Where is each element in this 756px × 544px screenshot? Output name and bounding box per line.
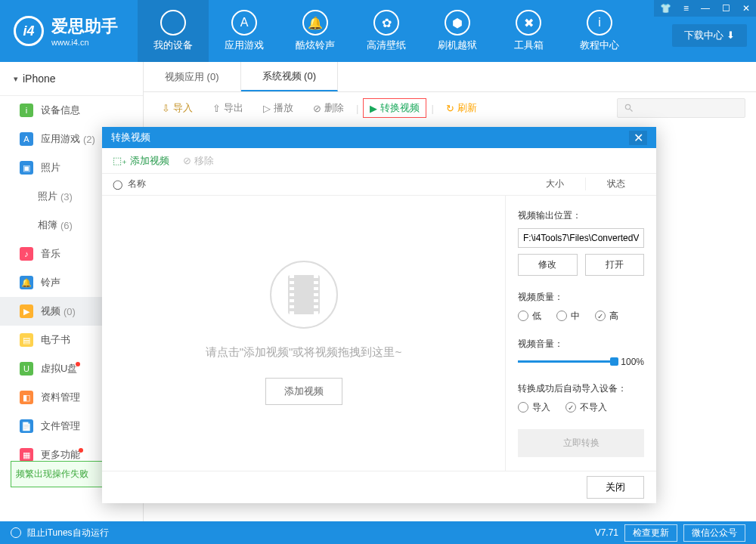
- main-nav: 我的设备 A应用游戏 🔔酷炫铃声 ✿高清壁纸 ⬢刷机越狱 ✖工具箱 i教程中心: [138, 0, 635, 62]
- maximize-icon[interactable]: ☐: [716, 0, 736, 17]
- volume-label: 视频音量：: [518, 338, 644, 351]
- drop-zone[interactable]: 请点击"添加视频"或将视频拖拽到这里~ 添加视频: [102, 196, 505, 471]
- col-size: 大小: [525, 178, 585, 190]
- logo[interactable]: i4 爱思助手 www.i4.cn: [0, 15, 132, 47]
- start-convert-button[interactable]: 立即转换: [518, 429, 644, 457]
- auto-import-label: 转换成功后自动导入设备：: [518, 382, 644, 395]
- convert-options-panel: 视频输出位置： 修改 打开 视频质量： 低 中 高 视频音量： 100% 转换成…: [505, 196, 656, 471]
- info-icon: i: [20, 104, 33, 117]
- sidebar-item-device-info[interactable]: i设备信息: [0, 96, 143, 125]
- content-tabs: 视频应用 (0) 系统视频 (0): [144, 62, 756, 92]
- status-bar: 阻止iTunes自动运行 V7.71 检查更新 微信公众号: [0, 521, 756, 544]
- window-controls: 👕 ≡ — ☐ ✕: [654, 0, 756, 17]
- dialog-close-footer-button[interactable]: 关闭: [587, 476, 644, 499]
- slider-thumb[interactable]: [610, 357, 618, 366]
- film-icon: ▶: [20, 304, 33, 318]
- tab-system-video[interactable]: 系统视频 (0): [241, 62, 339, 91]
- tab-video-apps[interactable]: 视频应用 (0): [144, 62, 241, 91]
- flower-icon: ✿: [373, 10, 399, 36]
- open-path-button[interactable]: 打开: [585, 254, 645, 276]
- modify-path-button[interactable]: 修改: [518, 254, 578, 276]
- music-icon: ♪: [20, 247, 33, 261]
- nav-wallpaper[interactable]: ✿高清壁纸: [351, 0, 422, 62]
- sidebar-device-root[interactable]: ▾iPhone: [0, 62, 143, 96]
- info-icon: i: [587, 10, 612, 36]
- select-all-radio[interactable]: ◯: [113, 179, 128, 190]
- status-circle-icon: [11, 527, 21, 538]
- box-icon: ⬢: [445, 10, 470, 36]
- bell-icon: 🔔: [20, 276, 33, 289]
- add-video-button[interactable]: ⬚₊添加视频: [113, 154, 169, 168]
- quality-high-radio[interactable]: 高: [595, 310, 618, 323]
- convert-icon: ▶: [370, 103, 377, 114]
- auto-import-yes-radio[interactable]: 导入: [518, 401, 550, 414]
- book-icon: ▤: [20, 333, 33, 347]
- quality-low-radio[interactable]: 低: [518, 310, 541, 323]
- version-label: V7.71: [595, 527, 618, 538]
- photo-icon: ▣: [20, 161, 33, 175]
- chevron-down-icon: ▾: [14, 74, 18, 84]
- app-title: 爱思助手: [51, 15, 118, 38]
- export-button[interactable]: ⇧导出: [205, 98, 251, 118]
- dialog-close-button[interactable]: ✕: [629, 131, 647, 145]
- refresh-icon: ↻: [446, 103, 454, 114]
- bell-icon: 🔔: [302, 10, 328, 36]
- minimize-icon[interactable]: —: [695, 0, 716, 17]
- volume-value: 100%: [621, 357, 644, 367]
- import-button[interactable]: ⇩导入: [154, 98, 200, 118]
- dialog-toolbar: ⬚₊添加视频 ⊘移除: [102, 148, 656, 174]
- refresh-button[interactable]: ↻刷新: [438, 98, 485, 118]
- col-state: 状态: [585, 178, 646, 190]
- delete-button[interactable]: ⊘删除: [305, 98, 352, 118]
- output-path-input[interactable]: [518, 228, 644, 248]
- card-icon: ◧: [20, 391, 33, 404]
- folder-icon: 📄: [20, 419, 33, 433]
- close-icon[interactable]: ✕: [736, 0, 756, 17]
- export-icon: ⇧: [212, 103, 221, 114]
- nav-my-device[interactable]: 我的设备: [138, 0, 209, 62]
- itunes-block-toggle[interactable]: 阻止iTunes自动运行: [27, 527, 109, 539]
- tools-icon: ✖: [516, 10, 541, 36]
- apple-icon: [160, 10, 186, 36]
- badge-dot: [79, 448, 83, 453]
- col-name: 名称: [128, 178, 525, 190]
- grid-icon: ▦: [20, 448, 33, 462]
- toolbar: ⇩导入 ⇧导出 ▷播放 ⊘删除 | ▶转换视频 | ↻刷新: [144, 92, 756, 124]
- wechat-button[interactable]: 微信公众号: [683, 524, 745, 542]
- play-button[interactable]: ▷播放: [256, 98, 301, 118]
- app-subtitle: www.i4.cn: [51, 38, 118, 47]
- quality-label: 视频质量：: [518, 291, 644, 304]
- film-placeholder-icon: [270, 261, 338, 329]
- add-icon: ⬚₊: [113, 155, 127, 166]
- volume-slider[interactable]: 100%: [518, 357, 644, 367]
- nav-ringtones[interactable]: 🔔酷炫铃声: [280, 0, 351, 62]
- dialog-titlebar[interactable]: 转换视频 ✕: [102, 127, 656, 148]
- nav-app-games[interactable]: A应用游戏: [209, 0, 280, 62]
- remove-icon: ⊘: [183, 155, 191, 166]
- drop-hint: 请点击"添加视频"或将视频拖拽到这里~: [206, 345, 401, 360]
- import-icon: ⇩: [162, 103, 170, 114]
- skin-icon[interactable]: 👕: [654, 0, 677, 17]
- convert-video-button[interactable]: ▶转换视频: [363, 98, 426, 118]
- app-header: i4 爱思助手 www.i4.cn 我的设备 A应用游戏 🔔酷炫铃声 ✿高清壁纸…: [0, 0, 756, 62]
- logo-icon: i4: [14, 16, 44, 46]
- column-headers: ◯ 名称 大小 状态: [102, 174, 656, 195]
- check-update-button[interactable]: 检查更新: [624, 524, 677, 542]
- nav-toolbox[interactable]: ✖工具箱: [493, 0, 564, 62]
- add-video-center-button[interactable]: 添加视频: [265, 378, 342, 405]
- badge-dot: [76, 362, 80, 366]
- search-input[interactable]: [617, 98, 745, 118]
- remove-button[interactable]: ⊘移除: [183, 154, 214, 168]
- nav-tutorial[interactable]: i教程中心: [564, 0, 635, 62]
- dialog-title: 转换视频: [111, 131, 150, 144]
- menu-icon[interactable]: ≡: [677, 0, 695, 17]
- output-path-label: 视频输出位置：: [518, 209, 644, 222]
- auto-import-no-radio[interactable]: 不导入: [565, 401, 607, 414]
- search-icon: [624, 103, 634, 113]
- appstore-icon: A: [231, 10, 257, 36]
- usb-icon: U: [20, 362, 33, 376]
- delete-icon: ⊘: [313, 103, 321, 114]
- nav-flash[interactable]: ⬢刷机越狱: [422, 0, 493, 62]
- quality-mid-radio[interactable]: 中: [556, 310, 580, 323]
- download-center-button[interactable]: 下载中心 ⬇: [672, 24, 747, 47]
